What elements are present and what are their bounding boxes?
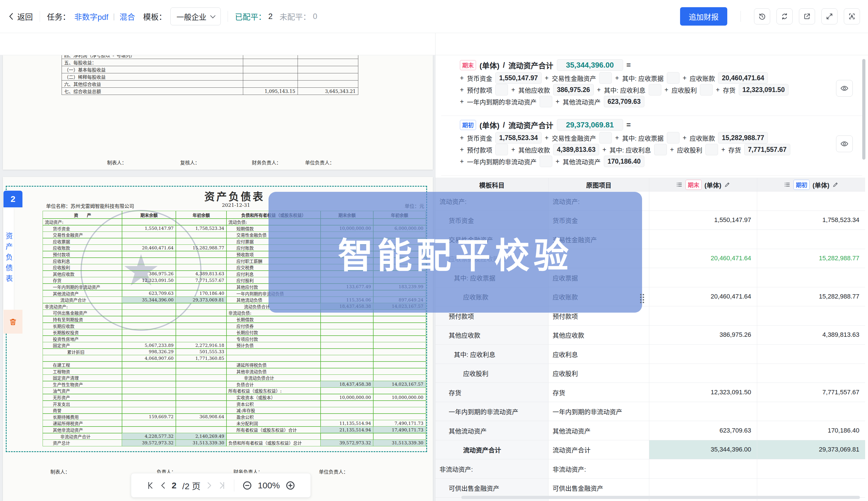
term-value[interactable] (540, 96, 552, 107)
period-end-value-cell[interactable] (649, 192, 757, 211)
template-select[interactable]: 一般企业 (170, 8, 221, 25)
term-value[interactable] (495, 84, 508, 95)
period-begin-value-cell[interactable] (757, 459, 865, 478)
delete-sheet-button[interactable] (3, 310, 22, 334)
period-begin-value-cell[interactable] (757, 479, 865, 498)
period-begin-value-cell[interactable]: 29,373,069.81 (757, 440, 865, 459)
template-subject-cell[interactable]: 可供出售金融资产 (436, 479, 548, 498)
original-item-cell[interactable]: 存货 (548, 383, 649, 402)
term-value[interactable] (667, 132, 680, 143)
original-item-cell[interactable]: 流动资产合计 (548, 440, 649, 459)
zoom-out-button[interactable] (242, 481, 252, 490)
sheet-tab[interactable]: 2 资产负债表 (3, 191, 22, 334)
term-value[interactable] (495, 144, 508, 155)
edit-icon[interactable] (832, 181, 839, 188)
period-end-value-cell[interactable]: 1,550,147.97 (649, 211, 757, 230)
drag-handle-icon[interactable] (640, 294, 644, 303)
list-icon[interactable] (784, 181, 791, 188)
original-item-cell[interactable]: 一年内到期的非流动资产 (548, 402, 649, 421)
horizontal-scrollbar[interactable] (461, 496, 860, 499)
term-value[interactable]: 4,389,813.63 (553, 144, 599, 155)
period-end-value-cell[interactable]: 20,460,471.64 (649, 287, 757, 306)
original-item-cell[interactable]: 应收利息 (548, 344, 649, 363)
period-end-value-cell[interactable] (649, 479, 757, 498)
fullscreen-button[interactable] (822, 8, 837, 24)
period-end-value-cell[interactable] (649, 459, 757, 478)
term-value[interactable]: 386,975.26 (553, 84, 594, 95)
template-subject-cell[interactable]: 非流动资产: (436, 459, 548, 478)
period-begin-value-cell[interactable] (757, 192, 865, 211)
refresh-button[interactable] (776, 8, 793, 24)
period-begin-value-cell[interactable] (757, 344, 865, 363)
period-begin-value-cell[interactable] (757, 268, 865, 287)
term-value[interactable] (649, 84, 661, 95)
period-end-value-cell[interactable]: 386,975.26 (649, 326, 757, 344)
period-begin-value-cell[interactable] (757, 402, 865, 421)
period-begin-value-cell[interactable] (757, 230, 865, 249)
term-value[interactable] (705, 144, 718, 155)
add-report-button[interactable]: 追加财报 (680, 7, 727, 25)
zoom-in-button[interactable] (285, 481, 295, 490)
history-button[interactable] (754, 8, 770, 24)
export-button[interactable] (799, 8, 815, 24)
original-item-cell[interactable]: 其他应收款 (548, 326, 649, 344)
last-page-button[interactable] (218, 481, 226, 490)
vertical-scrollbar[interactable] (862, 59, 865, 160)
original-item-cell[interactable]: 应收股利 (548, 364, 649, 383)
template-subject-cell[interactable]: 其他流动资产 (436, 421, 548, 440)
template-subject-cell[interactable]: 流动资产合计 (436, 440, 548, 459)
period-begin-value-cell[interactable] (757, 306, 865, 325)
period-begin-value-cell[interactable]: 15,282,988.77 (757, 249, 865, 268)
period-begin-value-cell[interactable]: 15,282,988.77 (757, 287, 865, 306)
period-end-value-cell[interactable]: 12,323,091.50 (649, 383, 757, 402)
period-end-value-cell[interactable]: 623,709.63 (649, 421, 757, 440)
term-value[interactable] (599, 132, 612, 143)
template-subject-cell[interactable]: 一年内到期的非流动资产 (436, 402, 548, 421)
template-subject-cell[interactable]: 其他应收款 (436, 326, 548, 344)
next-page-button[interactable] (206, 481, 213, 490)
document-page-1: 四、净利润（净亏损以“-”号填列）五、每股收益：（一）基本每股收益（二）稀释每股… (3, 55, 433, 170)
period-end-value-cell[interactable] (649, 306, 757, 325)
period-begin-value-cell[interactable]: 170,186.40 (757, 421, 865, 440)
term-value[interactable]: 1,758,523.34 (495, 132, 541, 143)
term-value[interactable]: 20,460,471.64 (718, 72, 768, 84)
period-end-value-cell[interactable]: 35,344,396.00 (649, 440, 757, 459)
first-page-button[interactable] (146, 481, 154, 490)
term-value[interactable]: 170,186.40 (604, 156, 645, 167)
term-value[interactable] (667, 72, 680, 84)
ocr-scan-button[interactable] (844, 8, 860, 24)
list-icon[interactable] (676, 181, 683, 188)
period-begin-value-cell[interactable]: 7,771,557.67 (757, 383, 865, 402)
term-value[interactable]: 15,282,988.77 (718, 132, 768, 143)
term-value[interactable] (599, 72, 612, 84)
preview-locate-button-end[interactable] (836, 80, 853, 97)
original-item-cell[interactable]: 其他流动资产 (548, 421, 649, 440)
term-value[interactable]: 623,709.63 (604, 96, 645, 107)
prev-page-button[interactable] (160, 481, 166, 490)
template-subject-cell[interactable]: 应收股利 (436, 364, 548, 383)
back-button[interactable]: 返回 (8, 11, 33, 22)
period-end-value-cell[interactable] (649, 230, 757, 249)
period-end-value-cell[interactable]: 20,460,471.64 (649, 249, 757, 268)
term-value[interactable]: 1,550,147.97 (495, 72, 541, 84)
edit-icon[interactable] (724, 181, 730, 188)
preview-locate-button-begin[interactable] (836, 136, 853, 152)
formula-total-value[interactable]: 35,344,396.00 (557, 59, 623, 71)
term-value[interactable] (540, 156, 552, 167)
original-item-cell[interactable]: 可供出售金融资产 (548, 479, 649, 498)
term-value[interactable] (700, 84, 713, 95)
period-begin-value-cell[interactable]: 1,758,523.34 (757, 211, 865, 230)
period-end-value-cell[interactable] (649, 268, 757, 287)
period-end-value-cell[interactable] (649, 344, 757, 363)
formula-total-value[interactable]: 29,373,069.81 (557, 119, 623, 130)
period-begin-value-cell[interactable]: 4,389,813.63 (757, 326, 865, 344)
term-value[interactable]: 12,323,091.50 (739, 84, 788, 95)
term-value[interactable] (654, 144, 667, 155)
period-end-value-cell[interactable] (649, 364, 757, 383)
original-item-cell[interactable]: 非流动资产: (548, 459, 649, 478)
template-subject-cell[interactable]: 存货 (436, 383, 548, 402)
period-begin-value-cell[interactable] (757, 364, 865, 383)
period-end-value-cell[interactable] (649, 402, 757, 421)
template-subject-cell[interactable]: 其中: 应收利息 (436, 344, 548, 363)
term-value[interactable]: 7,771,557.67 (744, 144, 790, 155)
